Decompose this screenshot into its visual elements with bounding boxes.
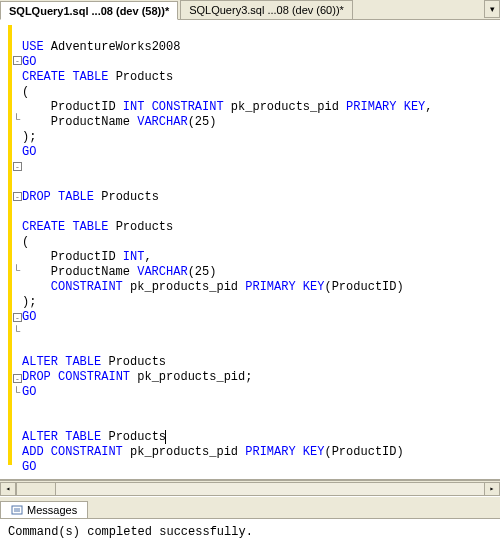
type: INT bbox=[123, 250, 145, 264]
code-text: ProductID bbox=[22, 250, 123, 264]
fold-icon[interactable]: - bbox=[13, 374, 22, 383]
svg-rect-0 bbox=[12, 506, 22, 514]
fold-icon[interactable]: - bbox=[13, 56, 22, 65]
keyword: GO bbox=[22, 385, 36, 399]
tab-sqlquery1[interactable]: SQLQuery1.sql ...08 (dev (58))* bbox=[0, 1, 178, 20]
code-text: Products bbox=[108, 220, 173, 234]
keyword: TABLE bbox=[65, 430, 101, 444]
code-text: , bbox=[425, 100, 432, 114]
code-text: (25) bbox=[188, 115, 217, 129]
type: VARCHAR bbox=[137, 115, 187, 129]
keyword: GO bbox=[22, 145, 36, 159]
scroll-thumb[interactable] bbox=[16, 482, 56, 496]
fold-end-icon: └ bbox=[13, 267, 22, 276]
scroll-track[interactable] bbox=[56, 482, 484, 496]
keyword: CREATE bbox=[22, 70, 65, 84]
keyword: PRIMARY KEY bbox=[245, 445, 324, 459]
code-text: pk_products_pid bbox=[123, 280, 245, 294]
code-text: ); bbox=[22, 130, 36, 144]
code-text: (ProductID) bbox=[324, 445, 403, 459]
horizontal-scrollbar[interactable]: ◂ ▸ bbox=[0, 480, 500, 496]
keyword: ALTER bbox=[22, 430, 58, 444]
keyword: GO bbox=[22, 55, 36, 69]
keyword: DROP bbox=[22, 190, 51, 204]
code-text: Products bbox=[108, 70, 173, 84]
keyword: ALTER bbox=[22, 355, 58, 369]
keyword: TABLE bbox=[58, 190, 94, 204]
keyword: ADD bbox=[22, 445, 44, 459]
code-text: pk_products_pid bbox=[123, 445, 245, 459]
keyword: GO bbox=[22, 460, 36, 474]
keyword: PRIMARY KEY bbox=[245, 280, 324, 294]
code-text: ( bbox=[22, 235, 29, 249]
keyword: CREATE bbox=[22, 220, 65, 234]
keyword: PRIMARY KEY bbox=[346, 100, 425, 114]
messages-icon bbox=[11, 504, 23, 516]
editor-gutter: - └ - - └ - └ - └ bbox=[0, 20, 18, 479]
code-content[interactable]: USE AdventureWorks2008 GO CREATE TABLE P… bbox=[18, 20, 500, 479]
fold-icon[interactable]: - bbox=[13, 313, 22, 322]
messages-pane[interactable]: Command(s) completed successfully. bbox=[0, 518, 500, 549]
keyword: TABLE bbox=[65, 355, 101, 369]
keyword: TABLE bbox=[72, 70, 108, 84]
code-text: Products bbox=[101, 430, 166, 444]
keyword: USE bbox=[22, 40, 44, 54]
keyword: CONSTRAINT bbox=[22, 280, 123, 294]
results-tabs: Messages bbox=[0, 496, 500, 518]
fold-end-icon: └ bbox=[13, 328, 22, 337]
fold-icon[interactable]: - bbox=[13, 162, 22, 171]
fold-end-icon: └ bbox=[13, 389, 22, 398]
message-text: Command(s) completed successfully. bbox=[8, 525, 253, 539]
type: INT bbox=[123, 100, 145, 114]
tab-overflow-icon[interactable]: ▾ bbox=[484, 0, 500, 18]
keyword: CONSTRAINT bbox=[58, 370, 130, 384]
code-editor[interactable]: - └ - - └ - └ - └ USE AdventureWorks2008… bbox=[0, 20, 500, 480]
code-text: , bbox=[144, 250, 151, 264]
keyword: GO bbox=[22, 310, 36, 324]
tab-label: Messages bbox=[27, 504, 77, 516]
keyword: CONSTRAINT bbox=[144, 100, 223, 114]
code-text: ( bbox=[22, 85, 29, 99]
code-text: (ProductID) bbox=[324, 280, 403, 294]
code-text: AdventureWorks2008 bbox=[44, 40, 181, 54]
code-text: ProductName bbox=[22, 265, 137, 279]
code-text: (25) bbox=[188, 265, 217, 279]
scroll-left-icon[interactable]: ◂ bbox=[0, 482, 16, 496]
fold-end-icon: └ bbox=[13, 116, 22, 125]
modification-bar bbox=[8, 25, 12, 465]
code-text: Products bbox=[101, 355, 166, 369]
code-text: ProductName bbox=[22, 115, 137, 129]
document-tabs: SQLQuery1.sql ...08 (dev (58))* SQLQuery… bbox=[0, 0, 500, 20]
scroll-right-icon[interactable]: ▸ bbox=[484, 482, 500, 496]
tab-messages[interactable]: Messages bbox=[0, 501, 88, 518]
fold-icon[interactable]: - bbox=[13, 192, 22, 201]
code-text: ); bbox=[22, 295, 36, 309]
code-text: Products bbox=[94, 190, 159, 204]
type: VARCHAR bbox=[137, 265, 187, 279]
code-text: ProductID bbox=[22, 100, 123, 114]
code-text: pk_products_pid bbox=[224, 100, 346, 114]
keyword: DROP bbox=[22, 370, 51, 384]
keyword: CONSTRAINT bbox=[51, 445, 123, 459]
keyword: TABLE bbox=[72, 220, 108, 234]
code-text: pk_products_pid; bbox=[130, 370, 252, 384]
tab-sqlquery3[interactable]: SQLQuery3.sql ...08 (dev (60))* bbox=[180, 0, 353, 19]
text-cursor bbox=[165, 430, 166, 444]
